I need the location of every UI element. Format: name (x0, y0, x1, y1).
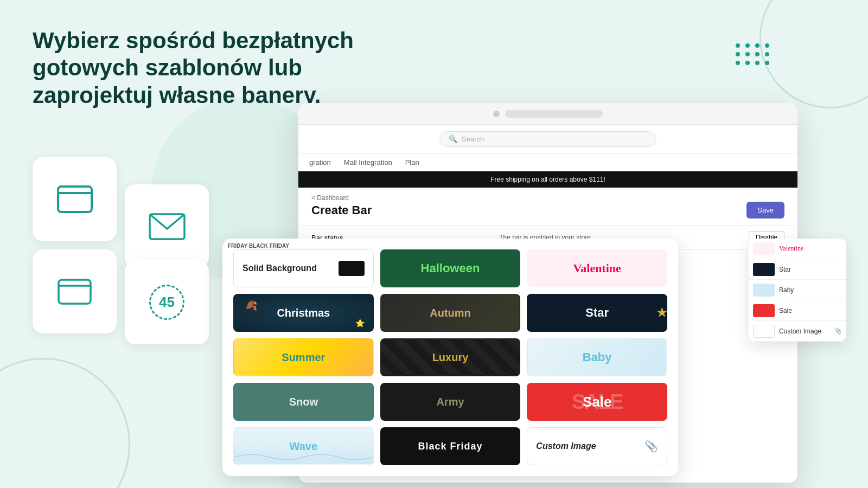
template-sale-label: Sale (583, 394, 612, 410)
nav-tabs: gration Mail Integration Plan (298, 154, 797, 171)
sidebar-thumb-star (753, 263, 775, 276)
sidebar-label-custom: Custom Image (779, 328, 821, 335)
template-christmas-label: Christmas (277, 307, 330, 319)
nav-tab-mail[interactable]: Mail Integration (344, 154, 392, 171)
sidebar-item-star[interactable]: Star (749, 259, 846, 280)
template-luxury-label: Luxury (432, 351, 469, 364)
template-summer-label: Summer (282, 351, 325, 364)
search-icon: 🔍 (449, 135, 457, 143)
search-placeholder: Search (462, 135, 484, 143)
announcement-bar: Free shipping on all orders above $111! (298, 171, 797, 188)
template-custom-label: Custom Image (536, 441, 596, 451)
template-autumn[interactable]: Autumn (380, 294, 521, 332)
template-halloween[interactable]: Halloween (380, 249, 521, 287)
template-wave[interactable]: Wave (233, 427, 374, 465)
timer-icon: 45 (149, 285, 184, 320)
sidebar-thumb-valentine (753, 242, 775, 255)
sidebar-label-star: Star (779, 266, 791, 273)
template-solid-background[interactable]: Solid Background (233, 249, 374, 287)
page-title: Create Bar (311, 203, 372, 217)
sidebar-thumb-custom (753, 325, 775, 338)
template-solid-label: Solid Background (242, 264, 317, 273)
template-star[interactable]: Star ★ (527, 294, 667, 332)
page-title-row: Create Bar Save (311, 202, 784, 219)
icon-card-browser-2 (33, 249, 117, 333)
template-star-label: Star (585, 306, 609, 320)
template-halloween-label: Halloween (421, 261, 480, 275)
template-custom-image[interactable]: Custom Image 📎 (527, 427, 667, 465)
template-snow[interactable]: Snow (233, 383, 374, 421)
templates-grid: Solid Background Halloween Valentine Chr… (233, 249, 667, 465)
template-summer[interactable]: Summer (233, 338, 374, 376)
sidebar-thumb-baby (753, 284, 775, 297)
titlebar-dot (493, 111, 500, 117)
announcement-text: Free shipping on all orders above $111! (490, 176, 605, 183)
template-black-friday-label: Black Friday (418, 441, 482, 452)
template-valentine[interactable]: Valentine (527, 249, 667, 287)
icon-card-browser-1 (33, 157, 117, 241)
solid-color-preview (339, 261, 365, 276)
heading-line2: zaprojektuj własne banery. (33, 82, 321, 108)
template-christmas[interactable]: Christmas 🍂 ⭐ (233, 294, 374, 332)
dots-decoration (736, 43, 770, 65)
sidebar-item-valentine[interactable]: Valentine (749, 239, 846, 259)
icon-card-mail (125, 184, 209, 268)
template-luxury[interactable]: Luxury (380, 338, 521, 376)
page-header: < Dashboard Create Bar Save (298, 188, 797, 226)
browser-icon-2 (57, 278, 92, 305)
browser-titlebar (298, 103, 797, 125)
nav-tab-integration[interactable]: gration (309, 154, 331, 171)
template-wave-label: Wave (290, 440, 318, 453)
nav-tab-plan[interactable]: Plan (405, 154, 419, 171)
main-heading: Wybierz spośród bezpłatnych gotowych sza… (33, 27, 401, 109)
sidebar-label-valentine: Valentine (779, 245, 803, 253)
template-autumn-label: Autumn (430, 307, 471, 319)
heading-line1: Wybierz spośród bezpłatnych gotowych sza… (33, 28, 354, 80)
template-baby-label: Baby (583, 350, 612, 364)
browser-icon-1 (56, 184, 94, 214)
sidebar-label-baby: Baby (779, 286, 794, 294)
mail-icon (148, 213, 186, 241)
sidebar-label-sale: Sale (779, 307, 792, 314)
template-black-friday[interactable]: FRIDAY BLACK FRIDAY Black Friday (380, 427, 521, 465)
sidebar-item-baby[interactable]: Baby (749, 280, 846, 300)
template-sale[interactable]: SALE Sale (527, 383, 667, 421)
search-box: 🔍 Search (439, 131, 656, 147)
sidebar-item-sale[interactable]: Sale (749, 300, 846, 321)
search-area: 🔍 Search (298, 125, 797, 154)
sidebar-paperclip-icon: 📎 (834, 328, 842, 335)
titlebar-url-bar (505, 110, 603, 118)
bg-circle-bottom-left (0, 358, 130, 488)
svg-rect-0 (58, 187, 92, 212)
template-valentine-label: Valentine (573, 261, 621, 275)
icon-card-timer: 45 (125, 260, 209, 344)
sidebar-item-custom[interactable]: Custom Image 📎 (749, 321, 846, 342)
back-link[interactable]: < Dashboard (311, 194, 784, 202)
template-army-label: Army (436, 396, 464, 408)
template-army[interactable]: Army (380, 383, 521, 421)
paperclip-icon: 📎 (644, 440, 658, 453)
wave-svg (234, 451, 373, 464)
save-button[interactable]: Save (746, 202, 784, 219)
svg-rect-3 (59, 280, 91, 304)
bg-circle-top-right (760, 0, 868, 108)
template-snow-label: Snow (289, 396, 318, 408)
templates-section: Solid Background Halloween Valentine Chr… (222, 239, 678, 476)
template-baby[interactable]: Baby (527, 338, 667, 376)
right-sidebar-preview: Valentine Star Baby Sale Custom Image 📎 (749, 239, 846, 342)
sidebar-thumb-sale (753, 304, 775, 317)
